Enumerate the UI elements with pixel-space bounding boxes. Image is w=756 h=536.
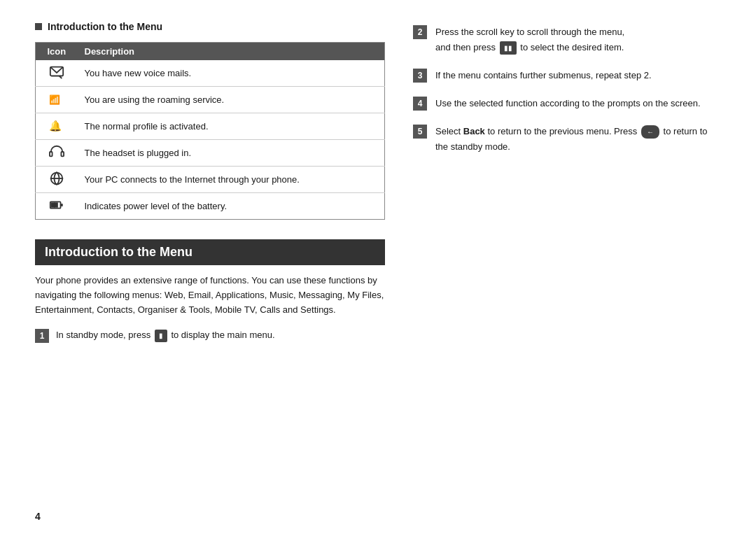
svg-rect-5	[61, 152, 64, 156]
header-square-icon	[35, 23, 42, 30]
table-desc-cell: Your PC connects to the Internet through…	[78, 167, 385, 193]
step-1-text-after: to display the main menu.	[171, 330, 274, 340]
table-icon-cell	[36, 140, 78, 167]
table-desc-cell: Indicates power level of the battery.	[78, 193, 385, 220]
step-4-text: Use the selected function according to t…	[435, 96, 721, 111]
step-5-bold: Back	[463, 126, 485, 136]
step-2-line2-before: and then press	[435, 42, 496, 52]
step-1-text-before: In standby mode, press	[56, 330, 150, 340]
icon-description-table: Icon Description You have new voice mail…	[35, 42, 385, 220]
svg-rect-10	[55, 203, 57, 207]
step-4-number: 4	[413, 97, 427, 111]
table-icon-cell	[36, 167, 78, 193]
step-5-text: Select Back to return to the previous me…	[435, 124, 721, 155]
step-3-text: If the menu contains further submenus, r…	[435, 68, 721, 83]
table-icon-cell: 📶	[36, 87, 78, 113]
main-section-title: Introduction to the Menu	[35, 239, 385, 265]
step-5-text-mid: to return to the previous menu. Press	[487, 126, 637, 136]
svg-text:📶: 📶	[49, 94, 61, 106]
right-column: 2 Press the scroll key to scroll through…	[413, 21, 721, 515]
page-content: Introduction to the Menu Icon Descriptio…	[35, 21, 721, 515]
step-2-select-btn: ▮▮	[500, 41, 517, 55]
svg-rect-9	[51, 203, 54, 207]
step-3: 3 If the menu contains further submenus,…	[413, 68, 721, 83]
step-1: 1 In standby mode, press ▮ to display th…	[35, 328, 385, 343]
step-5-number: 5	[413, 125, 427, 139]
step-5: 5 Select Back to return to the previous …	[413, 124, 721, 155]
page-number: 4	[35, 511, 41, 522]
table-icon-cell: 🔔	[36, 113, 78, 140]
intro-paragraph: Your phone provides an extensive range o…	[35, 274, 385, 317]
table-desc-cell: You are using the roaming service.	[78, 87, 385, 113]
left-column: Introduction to the Menu Icon Descriptio…	[35, 21, 385, 515]
step-2-line1: Press the scroll key to scroll through t…	[435, 27, 624, 37]
table-icon-cell	[36, 60, 78, 87]
step-2-text: Press the scroll key to scroll through t…	[435, 24, 721, 55]
table-desc-cell: You have new voice mails.	[78, 60, 385, 87]
step-1-number: 1	[35, 329, 49, 343]
step-5-back-btn: ←	[641, 125, 659, 139]
small-section-header: Introduction to the Menu	[35, 21, 385, 32]
small-header-title: Introduction to the Menu	[48, 21, 162, 32]
step-5-text-before: Select	[435, 126, 461, 136]
step-3-number: 3	[413, 69, 427, 83]
table-header-desc: Description	[78, 43, 385, 61]
table-desc-cell: The normal profile is activated.	[78, 113, 385, 140]
step-1-button-icon: ▮	[155, 330, 167, 342]
step-1-text: In standby mode, press ▮ to display the …	[56, 328, 385, 343]
step-4: 4 Use the selected function according to…	[413, 96, 721, 111]
step-2-number: 2	[413, 25, 427, 39]
step-2: 2 Press the scroll key to scroll through…	[413, 24, 721, 55]
table-header-icon: Icon	[36, 43, 78, 61]
svg-text:🔔: 🔔	[49, 120, 62, 132]
svg-rect-4	[50, 152, 52, 156]
table-desc-cell: The headset is plugged in.	[78, 140, 385, 167]
table-icon-cell	[36, 193, 78, 220]
step-2-line2-after: to select the desired item.	[520, 42, 624, 52]
